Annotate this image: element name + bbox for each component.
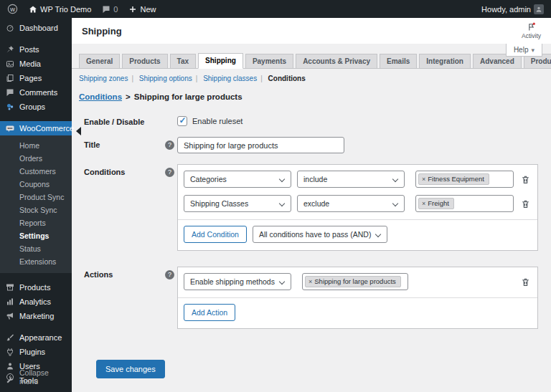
remove-tag-icon[interactable]: [422, 200, 425, 207]
sidebar-label: Groups: [19, 102, 45, 111]
submenu-item-home[interactable]: Home: [0, 139, 72, 152]
sidebar-item-appearance[interactable]: Appearance: [0, 330, 72, 345]
submenu-item-settings[interactable]: Settings: [0, 229, 72, 242]
sidebar-item-groups[interactable]: Groups: [0, 100, 72, 114]
actions-help-icon[interactable]: [165, 270, 174, 279]
sidebar-item-posts[interactable]: Posts: [0, 42, 72, 57]
collapse-menu-button[interactable]: Collapse menu: [0, 365, 72, 388]
condition-subject-select[interactable]: Shipping Classes: [184, 195, 291, 212]
tab-tax[interactable]: Tax: [170, 54, 197, 68]
subnav-shipping-options[interactable]: Shipping options: [139, 75, 192, 82]
actions-footer: Add Action: [178, 297, 537, 322]
tab-integration[interactable]: Integration: [419, 54, 471, 68]
condition-operator-select[interactable]: exclude: [297, 195, 405, 212]
activity-flag-icon: [527, 22, 536, 32]
condition-row: Categories include Fitness Equipment: [184, 171, 532, 188]
svg-text:woo: woo: [7, 127, 13, 130]
conditions-mode-select[interactable]: All conditions have to pass (AND): [253, 226, 387, 243]
tab-products[interactable]: Products: [122, 54, 167, 68]
enable-checkbox-label: Enable ruleset: [192, 117, 242, 125]
add-condition-button[interactable]: Add Condition: [184, 226, 247, 243]
select-value: All conditions have to pass (AND): [259, 230, 371, 239]
tab-payments[interactable]: Payments: [245, 54, 293, 68]
remove-tag-icon[interactable]: [422, 176, 425, 183]
condition-row: Shipping Classes exclude Freight: [184, 195, 532, 212]
condition-subject-select[interactable]: Categories: [184, 171, 291, 188]
delete-condition-button[interactable]: [521, 199, 532, 209]
media-icon: [6, 59, 14, 68]
condition-operator-select[interactable]: include: [297, 171, 405, 188]
action-row: Enable shipping methods Shipping for lar…: [184, 273, 532, 290]
breadcrumb-conditions-link[interactable]: Conditions: [79, 92, 122, 101]
sidebar-label: Media: [19, 59, 41, 68]
site-name-menu[interactable]: WP Trio Demo: [29, 5, 91, 14]
submenu-item-reports[interactable]: Reports: [0, 216, 72, 229]
comments-admin-menu[interactable]: 0: [102, 5, 118, 14]
delete-condition-button[interactable]: [521, 174, 532, 185]
title-input[interactable]: [177, 137, 344, 153]
sidebar-item-products[interactable]: Products: [0, 280, 72, 295]
condition-value-input[interactable]: Fitness Equipment: [415, 171, 514, 188]
sidebar-item-comments[interactable]: Comments: [0, 85, 72, 100]
tab-accounts-privacy[interactable]: Accounts & Privacy: [296, 54, 377, 68]
sidebar-item-media[interactable]: Media: [0, 57, 72, 71]
wordpress-logo-icon: W: [7, 4, 18, 14]
subnav-shipping-zones[interactable]: Shipping zones: [79, 75, 128, 82]
action-type-select[interactable]: Enable shipping methods: [184, 273, 291, 290]
new-label: New: [140, 5, 156, 14]
enable-ruleset-checkbox[interactable]: [177, 116, 187, 126]
breadcrumb: ConditionsShipping for large products: [72, 82, 551, 101]
submenu-item-customers[interactable]: Customers: [0, 165, 72, 178]
wordpress-logo-menu[interactable]: W: [7, 4, 18, 14]
add-action-button[interactable]: Add Action: [184, 304, 235, 321]
title-row: Title: [84, 137, 538, 153]
woocommerce-submenu: Home Orders Customers Coupons Product Sy…: [0, 135, 72, 273]
sidebar-item-analytics[interactable]: Analytics: [0, 295, 72, 309]
user-avatar-icon: [535, 6, 542, 13]
plus-icon: [128, 5, 137, 14]
subnav-conditions-current: Conditions: [268, 75, 306, 82]
tab-emails[interactable]: Emails: [380, 54, 417, 68]
sidebar-label: Posts: [19, 45, 39, 54]
howdy-account-menu[interactable]: Howdy, admin: [481, 4, 544, 14]
subnav-shipping-classes[interactable]: Shipping classes: [203, 75, 257, 82]
submenu-item-orders[interactable]: Orders: [0, 152, 72, 165]
title-help-icon[interactable]: [165, 140, 174, 150]
tab-general[interactable]: General: [79, 54, 120, 68]
sidebar-label: Pages: [19, 74, 42, 82]
tag-label: Shipping for large products: [314, 277, 396, 285]
sidebar-label: Dashboard: [19, 24, 58, 32]
settings-tabs: General Products Tax Shipping Payments A…: [72, 44, 551, 69]
tab-shipping[interactable]: Shipping: [198, 53, 243, 69]
new-content-menu[interactable]: New: [128, 5, 156, 14]
page-title: Shipping: [82, 26, 122, 37]
sidebar-item-marketing[interactable]: Marketing: [0, 309, 72, 323]
sidebar-item-pages[interactable]: Pages: [0, 71, 72, 85]
submenu-item-status[interactable]: Status: [0, 242, 72, 255]
sidebar-label: Marketing: [19, 312, 54, 320]
sidebar-label: Collapse menu: [19, 368, 69, 386]
sidebar-item-woocommerce[interactable]: woo WooCommerce: [0, 121, 72, 135]
submenu-item-extensions[interactable]: Extensions: [0, 255, 72, 268]
conditions-panel: Categories include Fitness Equipment Shi…: [177, 164, 538, 251]
sidebar-label: Analytics: [19, 297, 51, 306]
submenu-item-product-sync[interactable]: Product Sync: [0, 191, 72, 204]
appearance-icon: [6, 333, 14, 342]
actions-panel: Enable shipping methods Shipping for lar…: [177, 267, 538, 329]
submenu-item-stock-sync[interactable]: Stock Sync: [0, 204, 72, 216]
sidebar-item-dashboard[interactable]: Dashboard: [0, 18, 72, 35]
activity-panel-button[interactable]: Activity: [522, 22, 541, 39]
remove-tag-icon[interactable]: [309, 278, 312, 285]
action-value-input[interactable]: Shipping for large products: [302, 273, 408, 290]
admin-sidebar: Dashboard Posts Media Pages Comments Gro…: [0, 18, 72, 392]
help-button[interactable]: Help: [506, 44, 542, 57]
conditions-help-icon[interactable]: [165, 168, 174, 177]
select-value: Enable shipping methods: [190, 277, 275, 286]
delete-action-button[interactable]: [521, 277, 532, 287]
condition-value-input[interactable]: Freight: [415, 195, 514, 212]
sidebar-item-plugins[interactable]: Plugins: [0, 345, 72, 359]
save-changes-button[interactable]: Save changes: [96, 360, 165, 378]
submenu-item-coupons[interactable]: Coupons: [0, 178, 72, 191]
select-value: Shipping Classes: [190, 199, 248, 208]
site-name: WP Trio Demo: [40, 5, 91, 14]
